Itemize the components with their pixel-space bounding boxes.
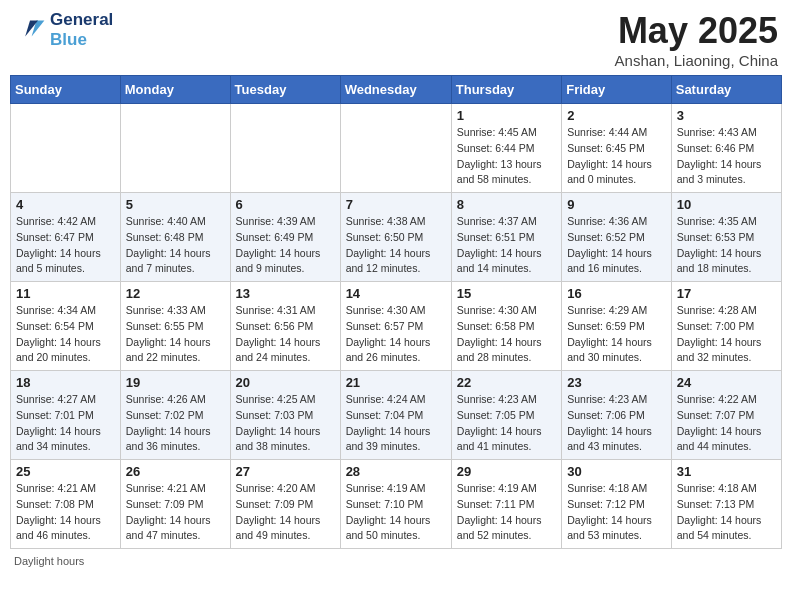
calendar-cell: 21Sunrise: 4:24 AMSunset: 7:04 PMDayligh… bbox=[340, 371, 451, 460]
calendar-cell: 7Sunrise: 4:38 AMSunset: 6:50 PMDaylight… bbox=[340, 193, 451, 282]
calendar-cell bbox=[11, 104, 121, 193]
calendar-cell bbox=[340, 104, 451, 193]
calendar-cell: 27Sunrise: 4:20 AMSunset: 7:09 PMDayligh… bbox=[230, 460, 340, 549]
calendar-cell: 18Sunrise: 4:27 AMSunset: 7:01 PMDayligh… bbox=[11, 371, 121, 460]
day-number: 10 bbox=[677, 197, 776, 212]
calendar-cell bbox=[120, 104, 230, 193]
location: Anshan, Liaoning, China bbox=[615, 52, 778, 69]
day-info: Sunrise: 4:42 AMSunset: 6:47 PMDaylight:… bbox=[16, 214, 115, 277]
calendar-cell: 11Sunrise: 4:34 AMSunset: 6:54 PMDayligh… bbox=[11, 282, 121, 371]
logo: General Blue bbox=[14, 10, 113, 51]
calendar-cell: 24Sunrise: 4:22 AMSunset: 7:07 PMDayligh… bbox=[671, 371, 781, 460]
day-number: 25 bbox=[16, 464, 115, 479]
logo-text: General Blue bbox=[50, 10, 113, 51]
day-number: 3 bbox=[677, 108, 776, 123]
day-number: 28 bbox=[346, 464, 446, 479]
week-row-1: 1Sunrise: 4:45 AMSunset: 6:44 PMDaylight… bbox=[11, 104, 782, 193]
day-number: 20 bbox=[236, 375, 335, 390]
calendar-cell: 20Sunrise: 4:25 AMSunset: 7:03 PMDayligh… bbox=[230, 371, 340, 460]
day-number: 11 bbox=[16, 286, 115, 301]
day-number: 5 bbox=[126, 197, 225, 212]
day-info: Sunrise: 4:30 AMSunset: 6:58 PMDaylight:… bbox=[457, 303, 556, 366]
day-info: Sunrise: 4:29 AMSunset: 6:59 PMDaylight:… bbox=[567, 303, 666, 366]
day-number: 21 bbox=[346, 375, 446, 390]
calendar-cell: 2Sunrise: 4:44 AMSunset: 6:45 PMDaylight… bbox=[562, 104, 672, 193]
calendar-cell: 28Sunrise: 4:19 AMSunset: 7:10 PMDayligh… bbox=[340, 460, 451, 549]
day-number: 1 bbox=[457, 108, 556, 123]
day-info: Sunrise: 4:30 AMSunset: 6:57 PMDaylight:… bbox=[346, 303, 446, 366]
calendar-cell: 15Sunrise: 4:30 AMSunset: 6:58 PMDayligh… bbox=[451, 282, 561, 371]
day-number: 13 bbox=[236, 286, 335, 301]
week-row-2: 4Sunrise: 4:42 AMSunset: 6:47 PMDaylight… bbox=[11, 193, 782, 282]
day-number: 8 bbox=[457, 197, 556, 212]
day-info: Sunrise: 4:35 AMSunset: 6:53 PMDaylight:… bbox=[677, 214, 776, 277]
day-info: Sunrise: 4:22 AMSunset: 7:07 PMDaylight:… bbox=[677, 392, 776, 455]
day-info: Sunrise: 4:37 AMSunset: 6:51 PMDaylight:… bbox=[457, 214, 556, 277]
day-number: 9 bbox=[567, 197, 666, 212]
dow-header-saturday: Saturday bbox=[671, 76, 781, 104]
day-info: Sunrise: 4:34 AMSunset: 6:54 PMDaylight:… bbox=[16, 303, 115, 366]
day-number: 26 bbox=[126, 464, 225, 479]
day-number: 19 bbox=[126, 375, 225, 390]
day-info: Sunrise: 4:26 AMSunset: 7:02 PMDaylight:… bbox=[126, 392, 225, 455]
day-info: Sunrise: 4:40 AMSunset: 6:48 PMDaylight:… bbox=[126, 214, 225, 277]
calendar-cell: 9Sunrise: 4:36 AMSunset: 6:52 PMDaylight… bbox=[562, 193, 672, 282]
calendar-cell: 5Sunrise: 4:40 AMSunset: 6:48 PMDaylight… bbox=[120, 193, 230, 282]
day-number: 17 bbox=[677, 286, 776, 301]
day-info: Sunrise: 4:39 AMSunset: 6:49 PMDaylight:… bbox=[236, 214, 335, 277]
day-number: 7 bbox=[346, 197, 446, 212]
dow-header-sunday: Sunday bbox=[11, 76, 121, 104]
days-of-week-row: SundayMondayTuesdayWednesdayThursdayFrid… bbox=[11, 76, 782, 104]
week-row-4: 18Sunrise: 4:27 AMSunset: 7:01 PMDayligh… bbox=[11, 371, 782, 460]
calendar-cell: 6Sunrise: 4:39 AMSunset: 6:49 PMDaylight… bbox=[230, 193, 340, 282]
day-info: Sunrise: 4:38 AMSunset: 6:50 PMDaylight:… bbox=[346, 214, 446, 277]
day-info: Sunrise: 4:27 AMSunset: 7:01 PMDaylight:… bbox=[16, 392, 115, 455]
dow-header-tuesday: Tuesday bbox=[230, 76, 340, 104]
calendar-cell: 12Sunrise: 4:33 AMSunset: 6:55 PMDayligh… bbox=[120, 282, 230, 371]
day-number: 12 bbox=[126, 286, 225, 301]
calendar-table: SundayMondayTuesdayWednesdayThursdayFrid… bbox=[10, 75, 782, 549]
day-info: Sunrise: 4:19 AMSunset: 7:10 PMDaylight:… bbox=[346, 481, 446, 544]
calendar-cell: 19Sunrise: 4:26 AMSunset: 7:02 PMDayligh… bbox=[120, 371, 230, 460]
calendar-cell: 14Sunrise: 4:30 AMSunset: 6:57 PMDayligh… bbox=[340, 282, 451, 371]
calendar-cell: 10Sunrise: 4:35 AMSunset: 6:53 PMDayligh… bbox=[671, 193, 781, 282]
day-info: Sunrise: 4:19 AMSunset: 7:11 PMDaylight:… bbox=[457, 481, 556, 544]
logo-icon bbox=[14, 14, 46, 46]
day-number: 24 bbox=[677, 375, 776, 390]
day-info: Sunrise: 4:25 AMSunset: 7:03 PMDaylight:… bbox=[236, 392, 335, 455]
calendar-cell: 30Sunrise: 4:18 AMSunset: 7:12 PMDayligh… bbox=[562, 460, 672, 549]
day-number: 6 bbox=[236, 197, 335, 212]
calendar-cell: 22Sunrise: 4:23 AMSunset: 7:05 PMDayligh… bbox=[451, 371, 561, 460]
day-info: Sunrise: 4:45 AMSunset: 6:44 PMDaylight:… bbox=[457, 125, 556, 188]
day-info: Sunrise: 4:31 AMSunset: 6:56 PMDaylight:… bbox=[236, 303, 335, 366]
calendar-cell: 25Sunrise: 4:21 AMSunset: 7:08 PMDayligh… bbox=[11, 460, 121, 549]
week-row-3: 11Sunrise: 4:34 AMSunset: 6:54 PMDayligh… bbox=[11, 282, 782, 371]
page-header: General Blue May 2025 Anshan, Liaoning, … bbox=[10, 10, 782, 69]
calendar-cell: 13Sunrise: 4:31 AMSunset: 6:56 PMDayligh… bbox=[230, 282, 340, 371]
calendar-cell: 26Sunrise: 4:21 AMSunset: 7:09 PMDayligh… bbox=[120, 460, 230, 549]
title-block: May 2025 Anshan, Liaoning, China bbox=[615, 10, 778, 69]
day-info: Sunrise: 4:23 AMSunset: 7:06 PMDaylight:… bbox=[567, 392, 666, 455]
day-number: 2 bbox=[567, 108, 666, 123]
day-number: 18 bbox=[16, 375, 115, 390]
dow-header-thursday: Thursday bbox=[451, 76, 561, 104]
dow-header-wednesday: Wednesday bbox=[340, 76, 451, 104]
day-number: 22 bbox=[457, 375, 556, 390]
calendar-cell: 4Sunrise: 4:42 AMSunset: 6:47 PMDaylight… bbox=[11, 193, 121, 282]
month-title: May 2025 bbox=[615, 10, 778, 52]
calendar-cell: 23Sunrise: 4:23 AMSunset: 7:06 PMDayligh… bbox=[562, 371, 672, 460]
calendar-cell: 31Sunrise: 4:18 AMSunset: 7:13 PMDayligh… bbox=[671, 460, 781, 549]
dow-header-monday: Monday bbox=[120, 76, 230, 104]
day-info: Sunrise: 4:21 AMSunset: 7:09 PMDaylight:… bbox=[126, 481, 225, 544]
day-number: 4 bbox=[16, 197, 115, 212]
day-info: Sunrise: 4:21 AMSunset: 7:08 PMDaylight:… bbox=[16, 481, 115, 544]
dow-header-friday: Friday bbox=[562, 76, 672, 104]
day-info: Sunrise: 4:28 AMSunset: 7:00 PMDaylight:… bbox=[677, 303, 776, 366]
day-info: Sunrise: 4:36 AMSunset: 6:52 PMDaylight:… bbox=[567, 214, 666, 277]
day-info: Sunrise: 4:44 AMSunset: 6:45 PMDaylight:… bbox=[567, 125, 666, 188]
calendar-cell: 8Sunrise: 4:37 AMSunset: 6:51 PMDaylight… bbox=[451, 193, 561, 282]
calendar-cell: 17Sunrise: 4:28 AMSunset: 7:00 PMDayligh… bbox=[671, 282, 781, 371]
day-info: Sunrise: 4:33 AMSunset: 6:55 PMDaylight:… bbox=[126, 303, 225, 366]
calendar-body: 1Sunrise: 4:45 AMSunset: 6:44 PMDaylight… bbox=[11, 104, 782, 549]
day-number: 16 bbox=[567, 286, 666, 301]
